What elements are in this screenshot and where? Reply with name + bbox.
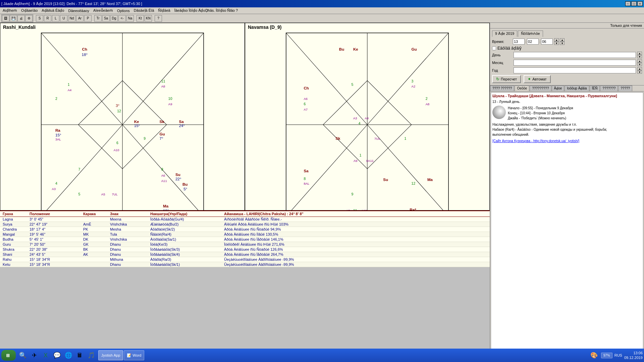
info-desc: Наслаждения, удовольствия, заведение дру… — [492, 122, 642, 137]
info-tab-iotup[interactable]: Ioōōup Āḍāia — [565, 85, 589, 91]
taskbar-media-icon[interactable]: 🎵 — [86, 350, 96, 360]
toolbar-btn-ar[interactable]: Ar — [76, 15, 84, 22]
info-tab-8[interactable]: ????? — [618, 85, 632, 91]
toolbar-icon-print[interactable]: 🖨 — [17, 15, 25, 22]
svg-text:A8: A8 — [426, 102, 430, 106]
cell-graha: Budha — [3, 237, 30, 241]
toolbar-btn-kt[interactable]: Kt — [137, 15, 144, 22]
toolbar-btn-nd[interactable]: Nd — [68, 15, 75, 22]
toolbar-btn-sa[interactable]: Sa — [102, 15, 110, 22]
cell-nakshatra: Ñâàòè(Ra/4) — [150, 232, 224, 236]
cell-position: 15° 18' 34"R — [30, 257, 83, 261]
auto-button[interactable]: ✦ Автомат — [524, 75, 550, 83]
info-day-num: 13 - Лунный день. — [492, 99, 642, 104]
menu-adailua[interactable]: Aḍāiluā Ēāḍo — [40, 8, 66, 13]
svg-text:Bu: Bu — [182, 182, 187, 186]
toolbar-btn-u[interactable]: U — [60, 15, 67, 22]
toolbar-icon-s[interactable]: 🖼 — [2, 15, 9, 22]
toolbar-btn-r[interactable]: R — [44, 15, 51, 22]
month-label: Месяц — [492, 61, 512, 65]
taskbar-app-word[interactable]: 📝 Word — [124, 350, 144, 360]
toolbar-btn-s[interactable]: S — [36, 15, 43, 22]
date-tab-2[interactable]: Ñōīīāṁṅōe — [518, 31, 543, 37]
taskbar-skype-icon[interactable]: 💬 — [52, 350, 62, 360]
close-button[interactable]: × — [637, 1, 643, 6]
cell-extra: Àðóà Àèälüuee ñîú Ïåðòâûé 146,1% — [224, 237, 487, 241]
cell-position: 19° 5' 46" — [30, 232, 83, 236]
month-input[interactable] — [514, 60, 636, 66]
toolbar-icon-save[interactable]: 💾 — [10, 15, 17, 22]
toolbar-btn-tr[interactable]: Tr — [94, 15, 102, 22]
toolbar-btn-l[interactable]: L — [52, 15, 59, 22]
menu-aieeo[interactable]: Aīeeo̊eāeṁ — [91, 8, 115, 13]
menu-grahas[interactable]: Īāeāḍso Īōīḍo ĀḍoḌhās. Īōīḍso Ñlāo ? — [172, 8, 240, 13]
toolbar-btn-na[interactable]: Na — [126, 15, 134, 22]
taskbar-chrome-icon[interactable]: 🌐 — [63, 350, 73, 360]
cell-karaka — [83, 257, 110, 261]
menu-aidhihem[interactable]: Aiḍīheṁ — [1, 8, 19, 13]
date-tabs: 9 Āḍe 2019 Ñōīīāṁṅōe — [492, 31, 642, 37]
time-spin2-up[interactable]: ▲ — [560, 38, 565, 42]
info-tab-iekn[interactable]: ĪĒÑ — [590, 85, 600, 91]
svg-text:A4: A4 — [68, 88, 72, 92]
day-spin-up[interactable]: ▲ — [637, 52, 642, 55]
time-spin-up[interactable]: ▲ — [554, 38, 559, 42]
month-spin-up[interactable]: ▲ — [637, 59, 642, 63]
maximize-button[interactable]: □ — [631, 1, 637, 6]
time-min-input[interactable] — [527, 39, 539, 45]
day-input[interactable] — [514, 52, 636, 58]
svg-text:Sk: Sk — [160, 120, 165, 124]
info-tab-oeoe[interactable]: Oeōōe — [515, 85, 529, 91]
menu-daeeokaaoy[interactable]: Dāeeoēāaoy — [66, 8, 91, 13]
minimize-button[interactable]: − — [625, 1, 631, 6]
year-spin-up[interactable]: ▲ — [637, 67, 642, 70]
toolbar-icon-settings[interactable]: ⚙ — [25, 15, 33, 22]
month-spin-down[interactable]: ▼ — [637, 63, 642, 66]
taskbar-search-icon[interactable]: 🔍 — [18, 350, 28, 360]
info-tab-7[interactable]: ??????? — [600, 85, 618, 91]
menu-niooaea[interactable]: Ñīḍāeā — [156, 8, 172, 13]
taskbar-excel-icon[interactable]: X — [41, 350, 51, 360]
taskbar-calc-icon[interactable]: 🖩 — [75, 350, 85, 360]
col-karaka-header: Карака — [83, 212, 110, 216]
menu-dasaela[interactable]: Dāsāeḷā Ēīā — [132, 8, 156, 13]
svg-text:A5: A5 — [346, 209, 350, 210]
year-label: Год — [492, 68, 512, 72]
taskbar-telegram-icon[interactable]: ✈ — [29, 350, 39, 360]
info-site[interactable]: [Сайт Антона Кузнецова - http://tony.don… — [492, 139, 642, 143]
info-content: Шукла - Трайодаши [Дэвата - Манматха, На… — [491, 92, 643, 355]
toolbar-btn-kn[interactable]: KN — [145, 15, 152, 22]
info-tab-adoe[interactable]: Āḍoe — [552, 85, 565, 91]
svg-text:22°: 22° — [175, 177, 181, 181]
year-input[interactable] — [514, 67, 636, 73]
info-tab-panchanga[interactable]: ???? ?????? — [490, 85, 514, 91]
date-tab-1[interactable]: 9 Āḍe 2019 — [492, 31, 517, 37]
info-tab-3[interactable]: ????????? — [530, 85, 551, 91]
time-sec-input[interactable] — [541, 39, 553, 45]
taskbar-color-icon[interactable]: 🎨 — [589, 350, 599, 360]
svg-text:A5: A5 — [101, 192, 105, 196]
toolbar-btn-dg[interactable]: Dg — [110, 15, 118, 22]
menu-odbaeiao[interactable]: Oḍāaeīāo — [19, 8, 40, 13]
toolbar-btn-back[interactable]: <- — [118, 15, 126, 22]
rashi-chart: Rashi_Kundali — [0, 23, 245, 210]
local-time-checkbox[interactable] — [492, 46, 496, 50]
toolbar-btn-help[interactable]: ? — [155, 15, 162, 22]
time-spin-down[interactable]: ▼ — [554, 42, 559, 45]
year-spin-down[interactable]: ▼ — [637, 70, 642, 74]
svg-text:5°: 5° — [183, 187, 187, 191]
taskbar-app-jyotish[interactable]: Jyotish App — [98, 350, 123, 360]
svg-text:A6: A6 — [304, 97, 308, 101]
clock-display[interactable]: 13:06 09.12.2019 — [624, 351, 643, 360]
svg-text:3: 3 — [412, 79, 414, 83]
day-spin-down[interactable]: ▼ — [637, 55, 642, 58]
menu-options[interactable]: Options — [115, 8, 132, 13]
svg-text:5: 5 — [352, 82, 354, 86]
recalc-button[interactable]: ↻ Пересчет — [492, 75, 521, 83]
svg-text:2: 2 — [55, 97, 57, 101]
toolbar-btn-p[interactable]: P — [84, 15, 92, 22]
start-button[interactable]: ⊞ — [1, 350, 16, 361]
windows-icon: ⊞ — [6, 353, 10, 358]
time-hour-input[interactable] — [513, 39, 525, 45]
time-spin2-down[interactable]: ▼ — [560, 42, 565, 45]
